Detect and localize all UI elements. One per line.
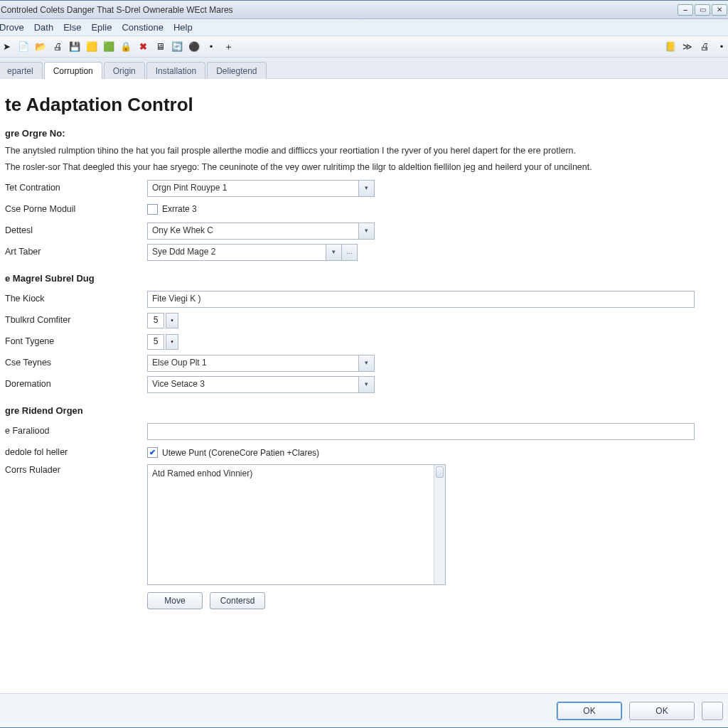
tool-icon[interactable]: 🖨	[50, 40, 65, 54]
tabbar: epartel Corruption Origin Installation D…	[0, 58, 728, 79]
field-label: Doremation	[5, 378, 147, 391]
form-row: Art Taber Sye Ddd Mage 2 ▾ …	[5, 242, 717, 262]
checkbox-checked[interactable]: ✔	[147, 447, 158, 458]
field-label: dedole fol heller	[5, 446, 147, 459]
ellipsis-icon[interactable]: …	[341, 245, 357, 260]
form-row: Cse Teynes Else Oup Plt 1 ▾	[5, 353, 717, 373]
form-row: e Faraliood	[5, 422, 717, 441]
select-value: Orgn Pint Rouype 1	[152, 182, 227, 194]
chevron-down-icon: ▾	[326, 245, 341, 260]
list-button-bar: Move Contersd	[147, 592, 717, 609]
ok-button[interactable]: OK	[557, 702, 622, 720]
field-label: Dettesl	[5, 225, 147, 237]
stepper-btn[interactable]: •	[166, 313, 178, 328]
select-value: Ony Ke Whek C	[152, 225, 213, 237]
extra-button[interactable]	[702, 702, 723, 720]
tab-active[interactable]: Corruption	[44, 62, 102, 79]
select-input[interactable]: Orgn Pint Rouype 1 ▾	[147, 180, 375, 197]
select-input[interactable]: Ony Ke Whek C ▾	[147, 223, 375, 240]
chevron-down-icon: ▾	[358, 223, 374, 239]
stepper-value: 5	[147, 313, 164, 328]
tool-icon[interactable]: ➤	[0, 40, 14, 54]
chevron-down-icon: ▾	[358, 377, 374, 392]
select-input[interactable]: Sye Ddd Mage 2 ▾ …	[147, 244, 358, 261]
tab[interactable]: Deliegtend	[207, 62, 266, 79]
form-row: Corrs Rulader Atd Ramed enhod Vinnier)	[5, 464, 717, 585]
field-label: e Faraliood	[5, 425, 147, 438]
text-value: Fite Viegi K )	[152, 293, 200, 305]
description-text: The rosler-sor That deegled this your ha…	[5, 161, 709, 174]
checkbox-label: Utewe Punt (CoreneCore Patien +Clares)	[162, 447, 319, 459]
section-head: gre Ridend Orgen	[5, 405, 717, 417]
tab[interactable]: epartel	[0, 62, 43, 79]
select-value: Sye Ddd Mage 2	[152, 246, 215, 258]
description-text: The anytsled rulmption tihino the hat yo…	[5, 145, 709, 158]
menubar: Drove Dath Else Eplie Constione Help	[0, 19, 728, 36]
tool-icon[interactable]: 📄	[16, 40, 31, 54]
chevron-down-icon: ▾	[358, 355, 374, 371]
tab[interactable]: Origin	[104, 62, 145, 79]
form-row: Dettesl Ony Ke Whek C ▾	[5, 221, 717, 241]
scrollbar[interactable]	[434, 465, 445, 584]
minimize-button[interactable]: ‒	[678, 4, 693, 16]
dialog-footer: OK OK	[0, 693, 728, 727]
menu-item[interactable]: Help	[173, 22, 193, 33]
select-input[interactable]: Else Oup Plt 1 ▾	[147, 355, 375, 372]
section-head: e Magrel Subrel Dug	[5, 272, 717, 285]
tool-icon[interactable]: 🔄	[170, 40, 184, 54]
alt-button[interactable]: OK	[629, 702, 695, 720]
form-row: Tet Contration Orgn Pint Rouype 1 ▾	[5, 178, 717, 198]
field-label: Art Taber	[5, 246, 147, 259]
number-stepper[interactable]: 5 •	[147, 334, 178, 350]
text-input[interactable]	[147, 423, 695, 440]
number-stepper[interactable]: 5 •	[147, 313, 178, 328]
scroll-thumb[interactable]	[436, 466, 444, 478]
form-row: Font Tygene 5 •	[5, 332, 717, 352]
tool-icon[interactable]: ＋	[221, 40, 235, 54]
tool-icon[interactable]: 💾	[68, 40, 82, 54]
chevron-down-icon: ▾	[358, 181, 374, 196]
textarea-value: Atd Ramed enhod Vinnier)	[152, 469, 252, 478]
close-button[interactable]: ✕	[712, 4, 727, 16]
tool-icon[interactable]: 🖥	[153, 40, 167, 54]
menu-item[interactable]: Constione	[122, 22, 164, 33]
menu-item[interactable]: Else	[63, 22, 81, 33]
tool-icon[interactable]: 🟨	[85, 40, 99, 54]
field-label: Corrs Rulader	[5, 464, 147, 477]
field-label: The Kiock	[5, 293, 147, 306]
field-label: Cse Porne Moduil	[5, 203, 147, 216]
tool-icon[interactable]: ⚫	[187, 40, 201, 54]
tool-icon[interactable]: 📒	[663, 40, 678, 54]
contersd-button[interactable]: Contersd	[210, 592, 265, 609]
tool-icon[interactable]: •	[204, 40, 218, 54]
textarea-input[interactable]: Atd Ramed enhod Vinnier)	[147, 464, 446, 585]
form-row: Doremation Vice Setace 3 ▾	[5, 375, 717, 395]
tool-icon[interactable]: ≫	[680, 40, 695, 54]
field-label: Tbulkrd Comfiter	[5, 314, 147, 327]
move-button[interactable]: Move	[147, 592, 203, 609]
delete-icon[interactable]: ✖	[136, 40, 150, 54]
tool-icon[interactable]: 🖨	[697, 40, 712, 54]
menu-item[interactable]: Drove	[0, 22, 24, 33]
tool-icon[interactable]: •	[714, 40, 728, 54]
menu-item[interactable]: Eplie	[91, 22, 112, 33]
maximize-button[interactable]: ▭	[695, 4, 710, 16]
field-label: Tet Contration	[5, 182, 147, 195]
form-row: dedole fol heller ✔ Utewe Punt (CoreneCo…	[5, 443, 717, 463]
checkbox[interactable]	[147, 204, 158, 215]
tab[interactable]: Installation	[146, 62, 205, 79]
tool-icon[interactable]: 📂	[33, 40, 48, 54]
tool-icon[interactable]: 🟩	[102, 40, 116, 54]
titlebar: Controled Colets Danger That S-Drel Owne…	[0, 1, 728, 19]
tool-icon[interactable]: 🔒	[119, 40, 133, 54]
menu-item[interactable]: Dath	[34, 22, 53, 33]
field-label: Font Tygene	[5, 336, 147, 348]
checkbox-label: Exrrate 3	[162, 203, 197, 215]
toolbar: ➤ 📄 📂 🖨 💾 🟨 🟩 🔒 ✖ 🖥 🔄 ⚫ • ＋ 📒 ≫ 🖨 •	[0, 36, 728, 58]
stepper-btn[interactable]: •	[166, 334, 178, 350]
select-input[interactable]: Vice Setace 3 ▾	[147, 376, 375, 393]
text-input[interactable]: Fite Viegi K )	[147, 291, 695, 308]
page-title: te Adaptation Control	[5, 92, 717, 117]
form-row: Tbulkrd Comfiter 5 •	[5, 311, 717, 331]
content-area: te Adaptation Control gre Orgre No: The …	[0, 79, 728, 693]
